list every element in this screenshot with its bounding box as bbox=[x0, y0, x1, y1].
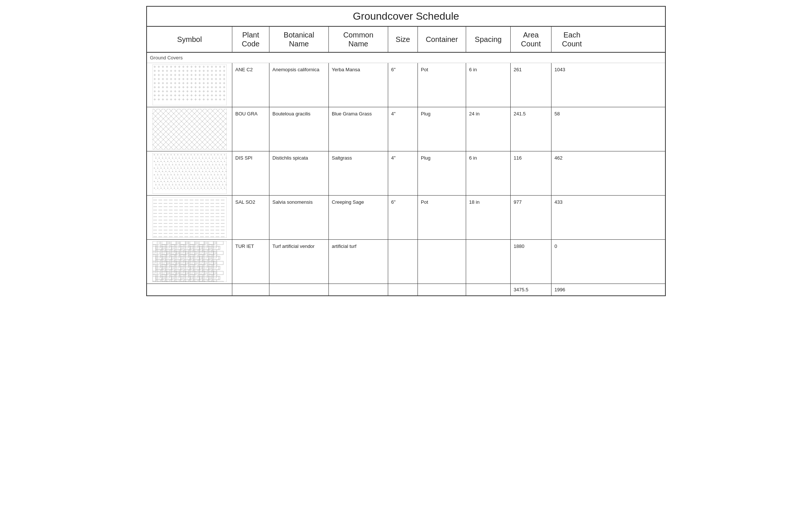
svg-point-690 bbox=[196, 169, 196, 170]
svg-point-696 bbox=[202, 169, 203, 170]
svg-point-558 bbox=[196, 163, 196, 163]
plant-code-3: SAL SO2 bbox=[232, 196, 269, 239]
svg-point-750 bbox=[190, 173, 191, 173]
svg-rect-1428 bbox=[157, 270, 160, 276]
svg-point-738 bbox=[177, 173, 177, 173]
svg-rect-1332 bbox=[194, 250, 198, 256]
plant-code-4: TUR IET bbox=[232, 240, 269, 284]
area-count-1: 241.5 bbox=[511, 107, 551, 151]
svg-point-1014 bbox=[190, 186, 191, 186]
svg-line-362 bbox=[153, 109, 179, 150]
header-each-count: EachCount bbox=[551, 27, 592, 52]
svg-point-627 bbox=[200, 166, 201, 166]
svg-point-792 bbox=[162, 176, 163, 176]
svg-point-828 bbox=[202, 176, 203, 176]
svg-rect-1340 bbox=[213, 250, 216, 256]
svg-point-819 bbox=[192, 176, 193, 176]
svg-point-825 bbox=[199, 176, 199, 176]
svg-point-723 bbox=[160, 173, 161, 173]
svg-point-1035 bbox=[214, 186, 214, 186]
totals-area-count: 3475.5 bbox=[511, 284, 551, 295]
svg-point-621 bbox=[194, 166, 194, 166]
svg-point-645 bbox=[220, 166, 221, 166]
svg-point-801 bbox=[172, 176, 173, 176]
svg-point-702 bbox=[209, 169, 209, 170]
svg-point-720 bbox=[157, 173, 157, 173]
svg-point-480 bbox=[184, 159, 184, 160]
svg-point-600 bbox=[170, 166, 171, 166]
svg-point-1077 bbox=[186, 189, 186, 190]
svg-rect-1328 bbox=[185, 250, 189, 256]
svg-point-414 bbox=[182, 156, 183, 156]
svg-point-594 bbox=[164, 166, 164, 166]
svg-rect-1448 bbox=[204, 270, 207, 276]
svg-point-567 bbox=[206, 163, 206, 163]
svg-point-465 bbox=[167, 159, 167, 160]
table-row: DIS SPI Distichlis spicata Saltgrass 4" … bbox=[147, 151, 665, 196]
svg-point-795 bbox=[166, 176, 166, 176]
size-1: 4" bbox=[388, 107, 418, 151]
svg-rect-1283 bbox=[153, 241, 227, 282]
svg-point-1020 bbox=[197, 186, 197, 186]
svg-rect-1424 bbox=[216, 261, 223, 265]
svg-point-831 bbox=[206, 176, 206, 176]
svg-rect-1284 bbox=[153, 241, 227, 282]
svg-point-741 bbox=[180, 173, 181, 173]
svg-point-984 bbox=[157, 186, 157, 186]
svg-point-987 bbox=[160, 186, 161, 186]
svg-line-379 bbox=[226, 109, 227, 150]
totals-empty-3 bbox=[269, 284, 329, 295]
svg-point-420 bbox=[189, 156, 189, 156]
svg-point-882 bbox=[190, 179, 191, 180]
totals-empty-2 bbox=[232, 284, 269, 295]
svg-rect-1354 bbox=[180, 255, 184, 261]
svg-point-492 bbox=[197, 159, 197, 160]
svg-rect-1300 bbox=[189, 241, 195, 245]
svg-point-642 bbox=[217, 166, 217, 166]
plant-code-0: ANE C2 bbox=[232, 63, 269, 107]
svg-point-405 bbox=[172, 156, 173, 156]
svg-rect-1452 bbox=[213, 270, 216, 276]
spacing-3: 18 in bbox=[466, 196, 511, 239]
svg-point-456 bbox=[157, 159, 157, 160]
svg-point-798 bbox=[169, 176, 169, 176]
svg-rect-1286 bbox=[153, 245, 156, 251]
size-2: 4" bbox=[388, 151, 418, 195]
svg-point-927 bbox=[166, 183, 166, 183]
size-0: 6" bbox=[388, 63, 418, 107]
svg-line-372 bbox=[190, 109, 227, 150]
svg-point-597 bbox=[167, 166, 167, 166]
svg-point-657 bbox=[159, 169, 159, 170]
svg-line-360 bbox=[153, 109, 168, 150]
totals-empty-4 bbox=[329, 284, 388, 295]
svg-point-516 bbox=[224, 159, 224, 160]
svg-rect-1308 bbox=[207, 241, 214, 245]
svg-rect-1488 bbox=[166, 280, 170, 282]
svg-point-693 bbox=[199, 169, 199, 170]
svg-point-618 bbox=[190, 166, 191, 166]
svg-rect-1454 bbox=[153, 275, 156, 281]
svg-point-561 bbox=[199, 163, 199, 163]
svg-point-513 bbox=[220, 159, 221, 160]
svg-rect-1458 bbox=[162, 275, 165, 281]
svg-rect-1519 bbox=[176, 281, 179, 282]
svg-line-330 bbox=[153, 109, 168, 150]
svg-point-612 bbox=[184, 166, 184, 166]
svg-rect-1392 bbox=[204, 260, 207, 266]
svg-point-393 bbox=[159, 156, 159, 156]
svg-point-978 bbox=[222, 183, 223, 183]
svg-point-423 bbox=[192, 156, 193, 156]
svg-point-441 bbox=[212, 156, 213, 156]
svg-point-1053 bbox=[159, 189, 159, 190]
common-name-3: Creeping Sage bbox=[329, 196, 388, 239]
svg-point-864 bbox=[170, 179, 171, 180]
svg-point-948 bbox=[189, 183, 189, 183]
svg-point-1008 bbox=[184, 186, 184, 186]
header-container: Container bbox=[418, 27, 466, 52]
svg-point-438 bbox=[209, 156, 209, 156]
svg-point-606 bbox=[177, 166, 177, 166]
svg-point-669 bbox=[172, 169, 173, 170]
svg-point-522 bbox=[155, 163, 156, 163]
svg-point-726 bbox=[164, 173, 164, 173]
svg-point-501 bbox=[207, 159, 207, 160]
